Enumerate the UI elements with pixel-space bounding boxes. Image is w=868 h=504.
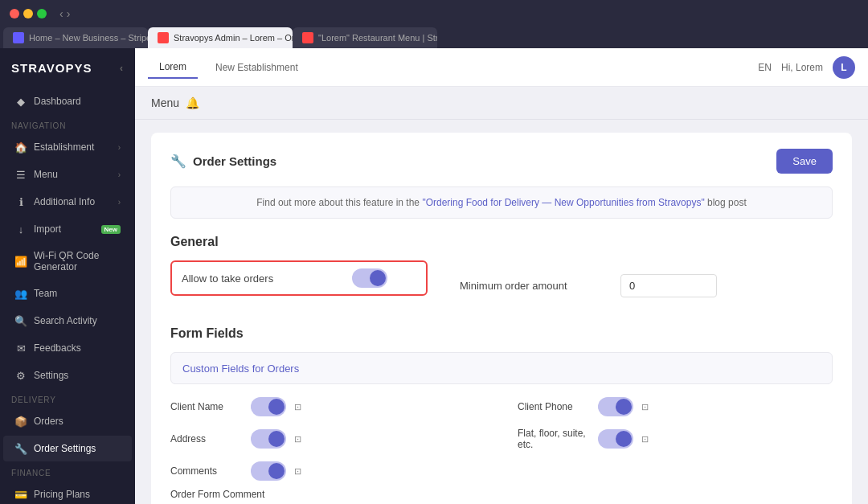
sidebar-label-settings: Settings xyxy=(34,370,68,381)
edit-icon[interactable]: ⊡ xyxy=(294,402,301,412)
field-row-comments: Comments ⊡ xyxy=(170,461,485,481)
field-row-client-phone: Client Phone ⊡ xyxy=(518,397,833,416)
info-banner-link[interactable]: "Ordering Food for Delivery — New Opport… xyxy=(422,197,704,208)
edit-icon[interactable]: ⊡ xyxy=(641,434,649,445)
diamond-icon: ◆ xyxy=(14,95,27,108)
toggle-thumb xyxy=(616,399,632,415)
address-toggle[interactable] xyxy=(251,429,286,449)
tab-label-stravopys: Stravopys Admin – Lorem – Order Settings xyxy=(174,33,293,43)
form-fields-grid: Client Name ⊡ Client Phone xyxy=(170,397,833,481)
min-order-row: Minimum order amount xyxy=(460,274,833,297)
back-arrow[interactable]: ‹ xyxy=(59,7,63,20)
traffic-lights xyxy=(10,9,47,18)
toggle-thumb xyxy=(268,431,285,447)
wrench-icon: 🔧 xyxy=(14,442,27,455)
toggle-track xyxy=(598,397,633,416)
delivery-section-label: DELIVERY xyxy=(0,389,135,408)
user-avatar[interactable]: L xyxy=(833,56,855,79)
sidebar-item-pricing-plans[interactable]: 💳 Pricing Plans xyxy=(3,481,132,504)
browser-tab-stripe[interactable]: Home – New Business – Stripe [Test] xyxy=(3,27,148,48)
settings-icon: 🔧 xyxy=(170,154,186,169)
maximize-button[interactable] xyxy=(37,9,47,18)
tab-new-establishment[interactable]: New Establishment xyxy=(204,57,309,78)
client-phone-label: Client Phone xyxy=(518,401,590,412)
edit-icon[interactable]: ⊡ xyxy=(641,402,649,412)
toggle-thumb xyxy=(370,270,386,286)
tab-lorem[interactable]: Lorem xyxy=(148,56,198,79)
sidebar-label-additional-info: Additional Info xyxy=(34,196,95,207)
establishment-icon: 🏠 xyxy=(14,141,27,154)
toggle-track xyxy=(598,429,633,449)
close-button[interactable] xyxy=(10,9,19,18)
tab-label-stripe: Home – New Business – Stripe [Test] xyxy=(29,33,148,43)
browser-tabs: Home – New Business – Stripe [Test] Stra… xyxy=(0,27,868,48)
comments-label: Comments xyxy=(170,465,243,477)
toggle-track xyxy=(251,461,286,481)
collapse-icon[interactable]: ‹ xyxy=(120,63,124,74)
browser-tab-lorem[interactable]: "Lorem" Restaurant Menu | Stravopys xyxy=(293,27,437,48)
orders-icon: 📦 xyxy=(14,415,27,428)
custom-fields-row: Custom Fields for Orders xyxy=(170,352,833,384)
client-name-label: Client Name xyxy=(170,401,243,412)
chevron-right-icon: › xyxy=(118,198,121,207)
language-selector[interactable]: EN xyxy=(758,62,772,73)
sidebar-label-search-activity: Search Activity xyxy=(34,315,97,326)
breadcrumb: Menu xyxy=(151,96,179,109)
card-header: 🔧 Order Settings Save xyxy=(170,149,833,174)
sidebar-item-wifi-qr[interactable]: 📶 Wi-Fi QR Code Generator xyxy=(3,244,132,279)
content-area: 🔧 Order Settings Save Find out more abou… xyxy=(135,120,868,504)
credit-card-icon: 💳 xyxy=(14,488,27,501)
client-name-toggle[interactable] xyxy=(251,397,286,416)
toggle-track xyxy=(251,397,286,416)
allow-orders-row: Allow to take orders xyxy=(170,260,428,296)
nav-section-label: NAVIGATION xyxy=(0,115,135,133)
client-phone-toggle[interactable] xyxy=(598,397,633,416)
sidebar-item-dashboard[interactable]: ◆ Dashboard xyxy=(3,88,132,114)
minimize-button[interactable] xyxy=(23,9,33,18)
toggle-thumb xyxy=(616,431,632,447)
order-form-comment-section: Order Form Comment xyxy=(170,489,833,504)
flat-floor-label: Flat, floor, suite, etc. xyxy=(518,428,590,450)
bell-icon[interactable]: 🔔 xyxy=(186,96,199,109)
sidebar-item-settings[interactable]: ⚙ Settings xyxy=(3,363,132,388)
sidebar-item-additional-info[interactable]: ℹ Additional Info › xyxy=(3,189,132,215)
min-order-input[interactable] xyxy=(620,274,717,297)
sidebar-item-import[interactable]: ↓ Import New xyxy=(3,216,132,242)
card-title-text: Order Settings xyxy=(193,154,276,168)
sidebar-label-order-settings: Order Settings xyxy=(34,443,96,454)
field-row-flat-floor: Flat, floor, suite, etc. ⊡ xyxy=(518,428,833,450)
toggle-track xyxy=(251,429,286,449)
allow-orders-label: Allow to take orders xyxy=(182,272,342,285)
sidebar-label-dashboard: Dashboard xyxy=(34,96,81,107)
info-banner-text: Find out more about this feature in the xyxy=(256,197,422,208)
edit-icon[interactable]: ⊡ xyxy=(294,466,301,477)
search-icon: 🔍 xyxy=(14,314,27,327)
new-badge: New xyxy=(101,225,121,234)
field-row-address: Address ⊡ xyxy=(170,428,485,450)
page-header: Menu 🔔 xyxy=(135,87,868,120)
app: Stravopys ‹ ◆ Dashboard NAVIGATION 🏠 Est… xyxy=(0,48,868,504)
comments-toggle[interactable] xyxy=(251,461,286,481)
sidebar-item-search-activity[interactable]: 🔍 Search Activity xyxy=(3,308,132,334)
menu-icon: ☰ xyxy=(14,168,27,181)
sidebar-item-establishment[interactable]: 🏠 Establishment › xyxy=(3,134,132,160)
sidebar-label-wifi-qr: Wi-Fi QR Code Generator xyxy=(34,250,121,272)
sidebar-item-team[interactable]: 👥 Team xyxy=(3,281,132,306)
sidebar-item-menu[interactable]: ☰ Menu › xyxy=(3,162,132,187)
tab-label-lorem: "Lorem" Restaurant Menu | Stravopys xyxy=(318,33,437,43)
edit-icon[interactable]: ⊡ xyxy=(294,434,301,445)
sidebar-item-order-settings[interactable]: 🔧 Order Settings xyxy=(3,436,132,461)
mail-icon: ✉ xyxy=(14,342,27,354)
sidebar-label-import: Import xyxy=(34,223,61,235)
custom-fields-link[interactable]: Custom Fields for Orders xyxy=(182,363,299,375)
forward-arrow[interactable]: › xyxy=(67,7,71,20)
sidebar-item-feedbacks[interactable]: ✉ Feedbacks xyxy=(3,335,132,361)
save-button[interactable]: Save xyxy=(776,149,833,174)
allow-orders-toggle[interactable] xyxy=(352,268,387,288)
sidebar-item-orders[interactable]: 📦 Orders xyxy=(3,408,132,434)
finance-section-label: FINANCE xyxy=(0,462,135,481)
sidebar-label-menu: Menu xyxy=(34,169,58,180)
flat-floor-toggle[interactable] xyxy=(598,429,633,449)
sidebar-label-orders: Orders xyxy=(34,416,63,427)
browser-tab-stravopys[interactable]: Stravopys Admin – Lorem – Order Settings xyxy=(148,27,293,48)
